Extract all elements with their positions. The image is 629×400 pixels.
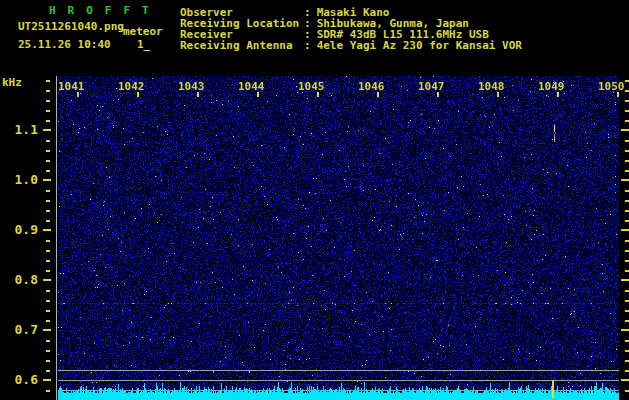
freq-tick-label: 0.6 bbox=[2, 373, 38, 386]
freq-tick-minor bbox=[625, 290, 629, 292]
freq-tick-minor bbox=[625, 390, 629, 392]
freq-tick-major bbox=[621, 179, 629, 181]
time-tick bbox=[137, 92, 139, 97]
spectrogram-canvas bbox=[58, 76, 619, 400]
mode-label: meteor bbox=[123, 26, 163, 37]
freq-tick-minor bbox=[625, 120, 629, 122]
freq-tick-minor bbox=[46, 260, 50, 262]
freq-tick-minor bbox=[625, 270, 629, 272]
freq-tick-minor bbox=[625, 170, 629, 172]
freq-tick-minor bbox=[625, 90, 629, 92]
freq-tick-label: 0.8 bbox=[2, 273, 38, 286]
freq-tick-minor bbox=[625, 260, 629, 262]
freq-tick-minor bbox=[625, 190, 629, 192]
time-tick bbox=[77, 92, 79, 97]
freq-tick-minor bbox=[46, 190, 50, 192]
freq-unit-label: kHz bbox=[2, 77, 22, 88]
datetime-label: 25.11.26 10:40 bbox=[18, 39, 111, 50]
freq-tick-minor bbox=[625, 110, 629, 112]
freq-tick-minor bbox=[625, 370, 629, 372]
freq-tick-minor bbox=[625, 240, 629, 242]
freq-tick-major bbox=[621, 229, 629, 231]
freq-tick-minor bbox=[46, 140, 50, 142]
freq-tick-minor bbox=[625, 350, 629, 352]
freq-tick-minor bbox=[46, 80, 50, 82]
freq-tick-minor bbox=[46, 250, 50, 252]
freq-tick-major bbox=[43, 129, 51, 131]
freq-tick-label: 0.7 bbox=[2, 323, 38, 336]
hrofft-window: HROFFT meteor UT2511261040.png 25.11.26 … bbox=[0, 0, 629, 400]
freq-tick-minor bbox=[625, 220, 629, 222]
freq-tick-major bbox=[43, 329, 51, 331]
time-tick bbox=[197, 92, 199, 97]
freq-tick-minor bbox=[625, 140, 629, 142]
freq-tick-minor bbox=[46, 300, 50, 302]
freq-tick-minor bbox=[46, 210, 50, 212]
freq-tick-minor bbox=[625, 310, 629, 312]
freq-tick-major bbox=[621, 129, 629, 131]
freq-axis-line bbox=[56, 76, 57, 400]
time-tick bbox=[317, 92, 319, 97]
time-tick-label: 1047 bbox=[418, 81, 445, 92]
time-tick-label: 1042 bbox=[118, 81, 145, 92]
freq-tick-minor bbox=[625, 160, 629, 162]
time-tick-label: 1045 bbox=[298, 81, 325, 92]
field-antenna: Receiving Antenna:4ele Yagi Az 230 for K… bbox=[180, 40, 522, 51]
freq-tick-major bbox=[43, 179, 51, 181]
time-tick-label: 1043 bbox=[178, 81, 205, 92]
freq-tick-major bbox=[43, 229, 51, 231]
freq-tick-minor bbox=[46, 320, 50, 322]
app-title: HROFFT bbox=[49, 4, 161, 17]
freq-tick-minor bbox=[46, 360, 50, 362]
freq-tick-major bbox=[621, 279, 629, 281]
freq-tick-major bbox=[621, 329, 629, 331]
freq-tick-label: 1.1 bbox=[2, 123, 38, 136]
colon: : bbox=[304, 39, 311, 52]
time-tick-label: 1046 bbox=[358, 81, 385, 92]
freq-tick-minor bbox=[625, 320, 629, 322]
field-label: Receiving Antenna bbox=[180, 40, 304, 51]
freq-tick-minor bbox=[46, 310, 50, 312]
freq-tick-minor bbox=[46, 200, 50, 202]
freq-tick-minor bbox=[46, 160, 50, 162]
freq-tick-minor bbox=[46, 90, 50, 92]
freq-tick-minor bbox=[46, 100, 50, 102]
freq-tick-minor bbox=[625, 360, 629, 362]
freq-tick-label: 0.9 bbox=[2, 223, 38, 236]
freq-tick-minor bbox=[46, 150, 50, 152]
time-tick bbox=[377, 92, 379, 97]
freq-tick-minor bbox=[46, 390, 50, 392]
freq-tick-minor bbox=[625, 200, 629, 202]
time-tick bbox=[557, 92, 559, 97]
time-tick bbox=[257, 92, 259, 97]
filename-label: UT2511261040.png bbox=[18, 21, 124, 32]
freq-tick-minor bbox=[46, 290, 50, 292]
freq-tick-label: 1.0 bbox=[2, 173, 38, 186]
time-tick bbox=[617, 92, 619, 97]
freq-tick-minor bbox=[625, 80, 629, 82]
freq-tick-minor bbox=[625, 210, 629, 212]
time-tick-label: 1041 bbox=[58, 81, 85, 92]
freq-tick-major bbox=[43, 379, 51, 381]
freq-tick-major bbox=[621, 379, 629, 381]
freq-tick-major bbox=[43, 279, 51, 281]
freq-tick-minor bbox=[46, 170, 50, 172]
freq-tick-minor bbox=[46, 270, 50, 272]
freq-tick-minor bbox=[46, 110, 50, 112]
freq-tick-minor bbox=[46, 340, 50, 342]
freq-tick-minor bbox=[46, 240, 50, 242]
freq-tick-minor bbox=[625, 250, 629, 252]
freq-tick-minor bbox=[625, 300, 629, 302]
field-value: 4ele Yagi Az 230 for Kansai VOR bbox=[311, 39, 522, 52]
time-tick-label: 1044 bbox=[238, 81, 265, 92]
freq-tick-minor bbox=[46, 350, 50, 352]
freq-tick-minor bbox=[46, 120, 50, 122]
freq-tick-minor bbox=[46, 370, 50, 372]
freq-tick-minor bbox=[625, 150, 629, 152]
time-tick bbox=[437, 92, 439, 97]
time-tick-label: 1050 bbox=[598, 81, 625, 92]
freq-tick-minor bbox=[625, 100, 629, 102]
time-tick bbox=[497, 92, 499, 97]
time-tick-label: 1049 bbox=[538, 81, 565, 92]
freq-tick-minor bbox=[46, 220, 50, 222]
